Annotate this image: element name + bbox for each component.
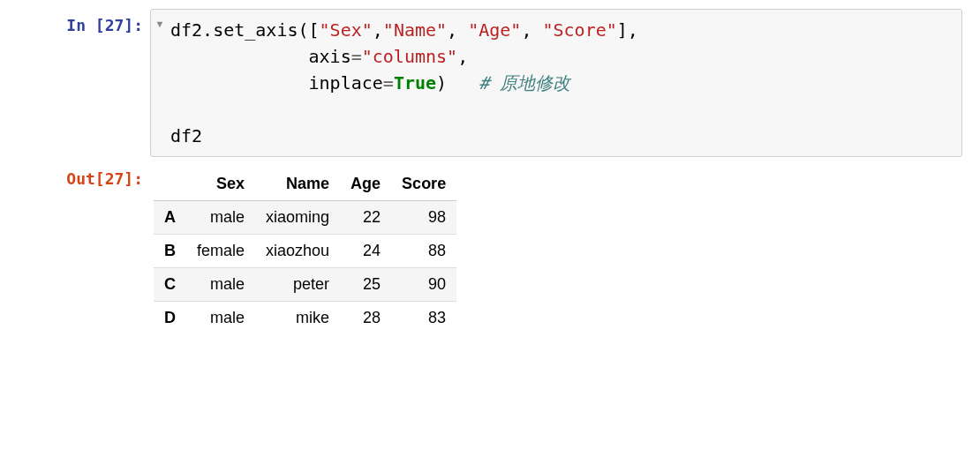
code-keyword: True [394,72,436,94]
input-cell: In [27]: ▼ df2.set_axis(["Sex","Name", "… [18,9,962,157]
dataframe-table: Sex Name Age Score A male xiaoming 22 98… [154,168,456,334]
table-body: A male xiaoming 22 98 B female xiaozhou … [154,201,456,335]
table-cell: 83 [391,302,456,335]
output-cell: Out[27]: Sex Name Age Score A male xiaom… [18,162,962,334]
table-cell: 90 [391,268,456,302]
table-cell: 88 [391,235,456,268]
code-editor[interactable]: df2.set_axis(["Sex","Name", "Age", "Scor… [169,10,961,156]
output-prompt: Out[27]: [18,162,150,188]
code-string: "columns" [362,46,457,67]
code-comment: # 原地修改 [479,72,570,94]
code-text: , [373,19,383,41]
table-header: Sex Name Age Score [154,168,456,201]
table-cell: female [186,235,255,268]
table-row: C male peter 25 90 [154,268,456,302]
row-index: B [154,235,186,268]
code-text: , [457,46,468,67]
code-text: df2.set_axis([ [170,19,320,41]
code-text: , [521,19,542,41]
code-text: df2 [170,125,202,146]
table-cell: xiaoming [255,201,340,235]
table-corner [154,168,186,201]
table-row: B female xiaozhou 24 88 [154,235,456,268]
table-cell: mike [255,302,340,335]
code-operator: = [383,72,394,94]
row-index: C [154,268,186,302]
row-index: D [154,302,186,335]
table-cell: male [186,302,255,335]
table-cell: 22 [340,201,391,235]
code-text: inplace [170,72,383,94]
table-row: A male xiaoming 22 98 [154,201,456,235]
table-cell: 25 [340,268,391,302]
table-cell: 24 [340,235,391,268]
table-cell: male [186,201,255,235]
code-text: ) [436,72,479,94]
column-header: Sex [186,168,255,201]
code-text: ], [617,19,638,41]
table-cell: 98 [391,201,456,235]
run-indicator-icon[interactable]: ▼ [151,10,169,156]
table-cell: 28 [340,302,391,335]
code-text: , [447,19,468,41]
code-string: "Age" [468,19,521,41]
table-cell: peter [255,268,340,302]
column-header: Name [255,168,340,201]
code-string: "Name" [383,19,447,41]
row-index: A [154,201,186,235]
column-header: Age [340,168,391,201]
output-area: Sex Name Age Score A male xiaoming 22 98… [150,162,962,334]
code-string: "Sex" [320,19,373,41]
input-prompt: In [27]: [18,9,150,34]
code-operator: = [351,46,362,67]
code-text: axis [170,46,351,67]
table-cell: xiaozhou [255,235,340,268]
column-header: Score [391,168,456,201]
table-row: D male mike 28 83 [154,302,456,335]
code-string: "Score" [543,19,617,41]
code-input-area[interactable]: ▼ df2.set_axis(["Sex","Name", "Age", "Sc… [150,9,962,157]
table-cell: male [186,268,255,302]
